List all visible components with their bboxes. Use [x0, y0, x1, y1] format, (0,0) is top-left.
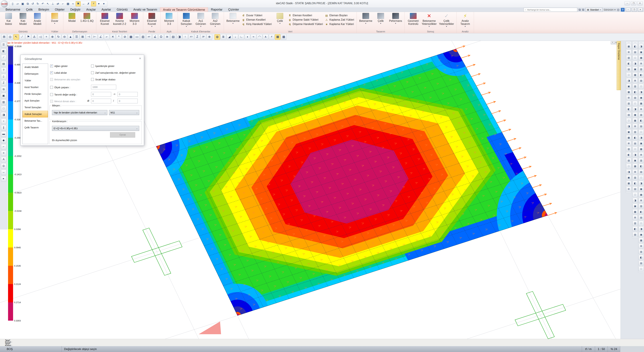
status-scale[interactable]: 1 : 50 — [595, 346, 608, 352]
mdi-restore-button[interactable]: ❐ — [632, 8, 636, 12]
duvar-yukleri-item[interactable]: dDuvar Yükleri — [242, 13, 272, 18]
doseme-hareketli-yukleri-item[interactable]: qDöşeme Hareketli Yükleri — [288, 22, 323, 26]
right-tool-icon[interactable]: ▤ — [639, 261, 644, 266]
dialog-list-item-a-k-sonu-lar[interactable]: Aşık Sonuçları — [22, 97, 48, 104]
right-tool-icon[interactable]: ⊞ — [632, 215, 638, 220]
move-base-icon[interactable]: ⊕ — [50, 34, 55, 40]
minimize-button[interactable]: ─ — [624, 1, 630, 5]
kesme-kuvveti-2-2-button[interactable]: Kesmekuvveti 2-2 — [112, 13, 127, 26]
peformans-button[interactable]: Peformans▼ — [388, 13, 403, 25]
dialog-list-item-elik-tasar-m[interactable]: Çelik Tasarım — [22, 124, 48, 131]
area-icon[interactable]: m² — [146, 34, 152, 40]
combination-select[interactable]: G'+Q'+Ex-0.3Ey+0.3Ez ⌄ — [52, 126, 139, 131]
right-tool-icon[interactable]: ▦ — [632, 73, 638, 78]
extend-icon[interactable]: ⊢ — [92, 34, 98, 40]
status-unit[interactable]: tf / m — [582, 346, 595, 352]
moment-3-3-button[interactable]: Moment3-3 — [162, 13, 176, 26]
tab-raporlar[interactable]: Raporlar — [208, 8, 225, 12]
tab-izimler[interactable]: Çizimler — [225, 8, 242, 12]
right-tool-icon[interactable]: ▥ — [632, 221, 638, 226]
right-tool-icon[interactable]: ▤ — [632, 232, 638, 237]
dialog-list-item-analiz-modeli[interactable]: Analiz Modeli — [22, 64, 48, 71]
chamfer-icon[interactable]: ⌐ — [104, 34, 110, 40]
help-button[interactable]: ? — [621, 8, 624, 12]
eksenel-kuvvet-button[interactable]: EksenelKuvvet — [98, 13, 112, 26]
rotate-icon[interactable]: ↻ — [56, 34, 61, 40]
text-icon[interactable]: A — [1, 157, 6, 162]
bolt-icon[interactable]: ⚡ — [269, 34, 274, 40]
stairs-icon[interactable]: ≣ — [220, 34, 226, 40]
right-tool-icon[interactable]: ▣ — [632, 158, 638, 163]
lamp-icon[interactable]: ◍ — [214, 34, 220, 40]
status-zoom[interactable]: % 24 — [608, 346, 620, 352]
search-input[interactable] — [526, 9, 576, 11]
find-icon[interactable]: ◎ — [1, 163, 6, 169]
right-tool-icon[interactable]: □ — [639, 266, 644, 271]
right-tool-icon[interactable]: ⊞ — [639, 152, 644, 157]
rebar-spacing-input[interactable] — [118, 99, 138, 103]
right-tool-icon[interactable]: ▤ — [626, 158, 631, 163]
tab-de-i-tir[interactable]: Değiştir — [68, 8, 83, 12]
elik-button[interactable]: Çelik▼ — [374, 13, 388, 25]
right-tool-icon[interactable]: ⊞ — [626, 187, 631, 192]
right-tool-icon[interactable]: ▥ — [639, 67, 644, 72]
1-4g-1-6q-button[interactable]: 1.4G+1.6Q — [79, 13, 95, 23]
ramp-icon[interactable]: ◢ — [226, 34, 232, 40]
right-tool-icon[interactable]: ▥ — [626, 55, 631, 60]
nodes-icon[interactable]: ∘ — [1, 119, 6, 124]
tab-betonarme[interactable]: Betonarme — [3, 8, 23, 12]
right-tool-icon[interactable]: ◨ — [632, 107, 638, 112]
right-tool-icon[interactable]: ◧ — [639, 255, 644, 260]
right-tool-icon[interactable]: ▤ — [639, 169, 644, 174]
right-tool-icon[interactable]: ◧ — [632, 226, 638, 231]
right-tool-icon[interactable]: ⊞ — [626, 50, 631, 55]
right-tool-icon[interactable]: □ — [632, 101, 638, 106]
scale-factor-checkbox[interactable] — [50, 86, 53, 89]
kiris-hareketli-yukleri-item[interactable]: qKiriş Hareketli Yükleri — [242, 22, 272, 26]
right-tool-icon[interactable]: ⊞ — [632, 124, 638, 129]
right-tool-icon[interactable]: ◧ — [639, 118, 644, 123]
select-similar-icon[interactable]: ◧ — [1, 49, 6, 54]
layer-list-icon[interactable]: ⧉ — [578, 8, 581, 12]
right-tool-icon[interactable]: ▣ — [632, 112, 638, 117]
doseme-sabit-yukleri-item[interactable]: gDöşeme Sabit Yükleri — [288, 18, 323, 22]
right-tool-icon[interactable]: ▣ — [639, 187, 644, 192]
elik-button[interactable]: Çelik▼ — [273, 13, 287, 25]
right-tool-icon[interactable]: ▥ — [639, 204, 644, 209]
mm2-icon[interactable]: Ω — [158, 34, 164, 40]
duvar-button[interactable]: Duvar▼ — [48, 13, 62, 25]
right-tool-icon[interactable]: □ — [639, 221, 644, 226]
right-tool-icon[interactable]: ◨ — [626, 78, 631, 83]
level-icon[interactable]: ≅ — [164, 34, 170, 40]
right-tool-icon[interactable]: ▤ — [632, 187, 638, 192]
curve-icon[interactable]: ≈ — [251, 34, 256, 40]
right-tool-icon[interactable]: ◨ — [639, 44, 644, 49]
explode-icon[interactable]: * — [116, 34, 122, 40]
z-icon[interactable]: Z — [194, 34, 200, 40]
elik-yetersizlikler-button[interactable]: ✓ÇelikYetersizlikler▼ — [438, 13, 455, 28]
right-tool-icon[interactable]: ◨ — [639, 181, 644, 186]
right-tool-icon[interactable]: ◨ — [639, 135, 644, 140]
right-tool-icon[interactable]: ▤ — [639, 215, 644, 220]
paste-special-icon[interactable]: ▥ — [1, 100, 6, 105]
dialog-list-item-perde-sonu-lar[interactable]: Perde Sonuçları — [22, 91, 48, 97]
play-button[interactable]: Oynat — [110, 132, 135, 138]
eksenel-kuvvet-button[interactable]: EksenelKuvvet▼ — [144, 13, 159, 28]
right-tool-icon[interactable]: ▣ — [626, 175, 631, 180]
right-tool-icon[interactable]: ⊞ — [632, 78, 638, 83]
right-tool-icon[interactable]: ⊞ — [626, 141, 631, 146]
right-tool-icon[interactable]: ▥ — [626, 147, 631, 152]
trim-icon[interactable]: ⊣ — [86, 34, 92, 40]
right-tool-icon[interactable]: ◧ — [639, 164, 644, 169]
new-view-icon[interactable]: □ — [1, 106, 6, 111]
range-to-input[interactable] — [118, 92, 138, 97]
right-tool-icon[interactable]: ◧ — [632, 181, 638, 186]
right-tool-icon[interactable]: ⊞ — [632, 169, 638, 174]
right-tool-icon[interactable]: ▥ — [626, 101, 631, 106]
right-tool-icon[interactable]: ▤ — [632, 50, 638, 55]
layers-icon[interactable]: ≡ — [1, 151, 6, 156]
right-tool-icon[interactable]: ▦ — [639, 55, 644, 60]
delete-icon[interactable]: ✕ — [110, 34, 116, 40]
break-icon[interactable]: ∠ — [98, 34, 104, 40]
i-aretleriyle-g-ster-checkbox[interactable] — [91, 65, 94, 68]
